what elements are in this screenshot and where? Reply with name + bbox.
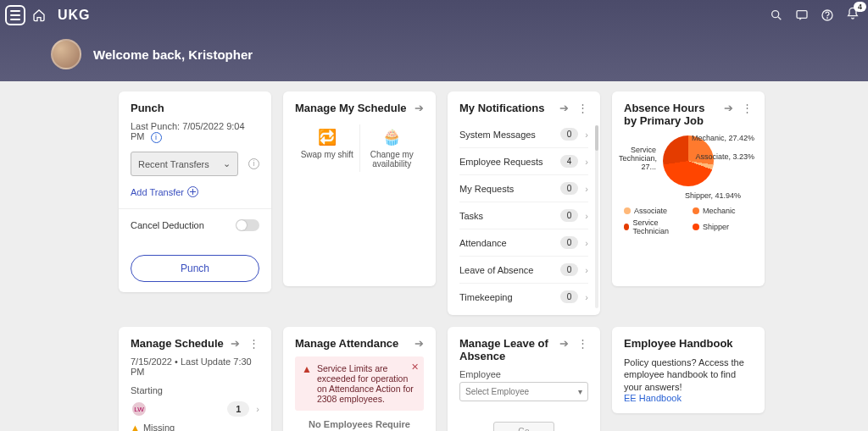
chart-label: Mechanic, 27.42% <box>692 134 754 142</box>
help-icon[interactable] <box>821 8 834 22</box>
alert-icon: ▲ <box>302 363 312 375</box>
availability-icon: 🧁 <box>365 128 420 146</box>
cancel-deduction-toggle[interactable] <box>236 219 259 231</box>
notification-badge: 4 <box>854 2 866 12</box>
scrollbar[interactable] <box>595 125 598 308</box>
manage-schedule-card: Manage My Schedule ➔ 🔁 Swap my shift 🧁 C… <box>283 91 436 286</box>
open-icon[interactable]: ➔ <box>415 102 424 114</box>
menu-button[interactable] <box>5 5 25 25</box>
notification-row[interactable]: My Requests0› <box>459 175 588 202</box>
swap-shift-button[interactable]: 🔁 Swap my shift <box>295 124 359 172</box>
punch-card: Punch Last Punch: 7/05/2022 9:04 PM i Re… <box>119 91 271 292</box>
notification-row[interactable]: Leave of Absence0› <box>459 257 588 284</box>
manage-schedule-detail-title: Manage Schedule <box>131 337 224 350</box>
absence-card: Absence Hours by Primary Job ➔ ⋮ Mechani… <box>612 91 765 286</box>
leave-title: Manage Leave of Absence <box>459 337 553 362</box>
handbook-link[interactable]: EE Handbook <box>624 393 753 403</box>
no-employees-msg: No Employees Require Action. <box>295 419 424 431</box>
attendance-card: Manage Attendance ➔ ▲ Service Limits are… <box>283 327 436 431</box>
svg-line-1 <box>778 17 781 19</box>
more-icon[interactable]: ⋮ <box>248 337 259 350</box>
open-icon[interactable]: ➔ <box>415 337 424 350</box>
search-icon[interactable] <box>770 8 783 22</box>
chat-icon[interactable] <box>795 8 809 22</box>
warning-icon: ▲ <box>131 423 140 431</box>
legend-item: Associate <box>624 207 684 215</box>
schedule-subtitle: 7/15/2022 • Last Update 7:30 PM <box>131 356 259 377</box>
notification-row[interactable]: Timekeeping0› <box>459 284 588 310</box>
logo: UKG <box>58 8 91 23</box>
chevron-down-icon: ▾ <box>578 387 582 396</box>
leave-go-button[interactable]: Go <box>493 422 554 431</box>
starting-row[interactable]: LW 1› <box>131 395 259 423</box>
open-icon[interactable]: ➔ <box>724 102 733 114</box>
svg-point-4 <box>827 18 828 19</box>
legend-item: Mechanic <box>693 207 753 215</box>
plus-icon <box>187 186 198 197</box>
chart-label: Shipper, 41.94% <box>685 191 741 200</box>
manage-schedule-title: Manage My Schedule <box>295 102 406 114</box>
recent-transfers-select[interactable]: Recent Transfers⌄ <box>131 152 238 176</box>
absence-title: Absence Hours by Primary Job <box>624 102 717 127</box>
chart-label: Service Technician, 27... <box>619 146 656 171</box>
notification-row[interactable]: Attendance0› <box>459 229 588 257</box>
info-icon[interactable]: i <box>248 158 259 169</box>
notifications-title: My Notifications <box>459 102 544 114</box>
legend-item: Service Technician <box>624 218 684 235</box>
home-icon[interactable] <box>32 8 46 22</box>
notification-row[interactable]: System Messages0› <box>459 121 588 148</box>
handbook-card: Employee Handbook Policy questions? Acce… <box>612 327 765 413</box>
open-icon[interactable]: ➔ <box>231 337 240 350</box>
attendance-title: Manage Attendance <box>295 337 398 350</box>
more-icon[interactable]: ⋮ <box>742 102 753 114</box>
swap-icon: 🔁 <box>300 128 354 146</box>
change-availability-button[interactable]: 🧁 Change my availability <box>359 124 425 172</box>
open-icon[interactable]: ➔ <box>559 337 569 350</box>
leave-card: Manage Leave of Absence ➔ ⋮ Employee Sel… <box>448 327 600 431</box>
punch-button[interactable]: Punch <box>131 255 259 282</box>
more-icon[interactable]: ⋮ <box>577 337 588 350</box>
welcome-text: Welcome back, Kristopher <box>93 47 253 62</box>
notification-row[interactable]: Tasks0› <box>459 202 588 229</box>
close-icon[interactable]: ✕ <box>411 362 419 373</box>
open-icon[interactable]: ➔ <box>559 102 569 114</box>
add-transfer-link[interactable]: Add Transfer <box>131 186 198 197</box>
last-punch-label: Last Punch: 7/05/2022 9:04 PM i <box>131 121 259 143</box>
legend-item: Shipper <box>693 218 753 235</box>
svg-point-0 <box>772 10 779 17</box>
punch-title: Punch <box>131 102 259 114</box>
pie-chart: Mechanic, 27.42% Associate, 3.23% Shippe… <box>624 135 753 186</box>
notifications-card: My Notifications ➔ ⋮ System Messages0›Em… <box>448 91 600 315</box>
top-bar: UKG 4 Welcome back, Kristopher <box>0 0 868 81</box>
handbook-body: Policy questions? Access the employee ha… <box>624 356 753 393</box>
starting-label: Starting <box>131 385 259 395</box>
avatar[interactable] <box>51 39 81 69</box>
manage-schedule-detail-card: Manage Schedule ➔ ⋮ 7/15/2022 • Last Upd… <box>119 327 271 431</box>
missing-label: ▲Missing <box>131 423 259 431</box>
handbook-title: Employee Handbook <box>624 337 753 350</box>
notification-row[interactable]: Employee Requests4› <box>459 148 588 175</box>
chevron-down-icon: ⌄ <box>223 158 231 169</box>
notifications-button[interactable]: 4 <box>846 7 860 23</box>
attendance-alert: ▲ Service Limits are exceeded for operat… <box>295 356 424 411</box>
leave-emp-label: Employee <box>459 369 588 379</box>
info-icon[interactable]: i <box>151 132 162 143</box>
cancel-deduction-label: Cancel Deduction <box>131 220 204 230</box>
leave-employee-select[interactable]: Select Employee▾ <box>459 382 588 401</box>
chart-label: Associate, 3.23% <box>695 152 754 161</box>
more-icon[interactable]: ⋮ <box>577 102 588 114</box>
svg-rect-2 <box>797 10 807 18</box>
